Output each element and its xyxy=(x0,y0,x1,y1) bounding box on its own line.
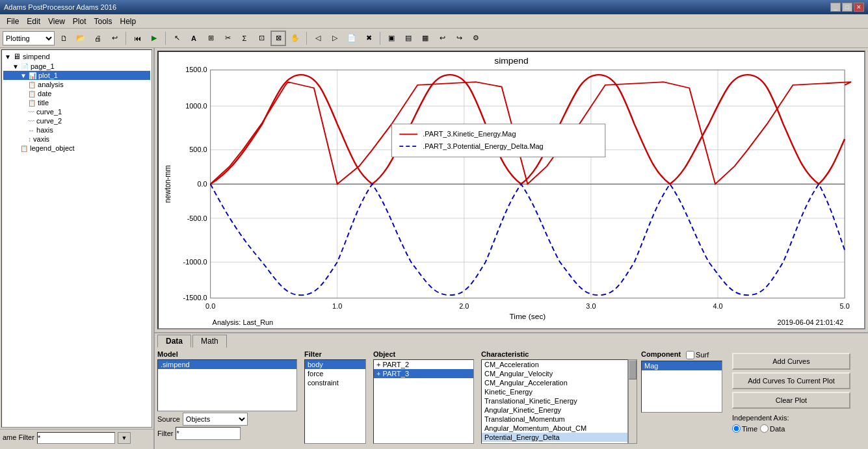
undo-tool[interactable]: ↩ xyxy=(434,31,450,46)
plot-svg: simpend xyxy=(159,52,864,328)
prev-tool[interactable]: ◁ xyxy=(310,31,326,46)
scrollbar-thumb[interactable] xyxy=(629,360,637,379)
plot-area: simpend xyxy=(157,51,865,329)
surf-checkbox[interactable] xyxy=(686,351,694,359)
svg-text:5.0: 5.0 xyxy=(840,303,850,311)
component-item-0[interactable]: Mag xyxy=(642,361,722,370)
tree-item-haxis[interactable]: ↔ haxis xyxy=(3,125,150,135)
filter-label2: Filter xyxy=(157,430,173,437)
menu-view[interactable]: View xyxy=(44,16,69,27)
right-buttons: Add Curves Add Curves To Current Plot Cl… xyxy=(730,350,853,446)
tree-view[interactable]: ▼ 🖥 simpend ▼ 📄 page_1 ▼ 📊 plot_1 📋 anal… xyxy=(1,49,152,428)
maximize-button[interactable]: □ xyxy=(842,3,852,12)
time-label: Time xyxy=(742,425,757,433)
char-item-2[interactable]: CM_Angular_Acceleration xyxy=(482,378,627,387)
menu-tools[interactable]: Tools xyxy=(90,16,116,27)
rewind-tool[interactable]: ⏮ xyxy=(129,31,145,46)
filter-input2[interactable] xyxy=(176,427,241,440)
data-radio[interactable] xyxy=(760,424,769,433)
pan-tool[interactable]: ✋ xyxy=(287,31,303,46)
print-tool[interactable]: 🖨 xyxy=(90,31,105,46)
svg-text:-500.0: -500.0 xyxy=(187,214,207,222)
open-tool[interactable]: 📂 xyxy=(73,31,88,46)
delete-tool[interactable]: ✖ xyxy=(361,31,376,46)
object-list-item-0[interactable]: + PART_2 xyxy=(374,360,473,369)
time-radio[interactable] xyxy=(732,424,741,433)
play-tool[interactable]: ▶ xyxy=(146,31,162,46)
sum-tool[interactable]: Σ xyxy=(237,31,252,46)
filter-dropdown[interactable]: ▼ xyxy=(118,432,131,444)
char-item-8[interactable]: Potential_Energy_Delta xyxy=(482,433,627,442)
menu-plot[interactable]: Plot xyxy=(69,16,90,27)
char-item-4[interactable]: Translational_Kinetic_Energy xyxy=(482,396,627,405)
char-item-7[interactable]: Angular_Momentum_About_CM xyxy=(482,424,627,433)
tree-item-simpend[interactable]: ▼ 🖥 simpend xyxy=(3,51,150,62)
tree-item-plot1[interactable]: ▼ 📊 plot_1 xyxy=(3,71,150,80)
plot-mode-select[interactable]: Plotting xyxy=(3,31,55,45)
model-section: Model .simpend Source Objects Filter xyxy=(157,350,300,446)
model-list-item-0[interactable]: .simpend xyxy=(158,360,296,369)
folder-icon: ▼ xyxy=(5,53,11,60)
refresh-tool[interactable]: ↩ xyxy=(107,31,122,46)
component-list[interactable]: Mag xyxy=(641,361,722,413)
grid-tool[interactable]: ⊞ xyxy=(203,31,218,46)
svg-text:0.0: 0.0 xyxy=(205,303,215,311)
curve-tool[interactable]: ✂ xyxy=(220,31,235,46)
tree-item-analysis[interactable]: 📋 analysis xyxy=(3,80,150,89)
object-label: Object xyxy=(373,350,477,358)
char-item-0[interactable]: CM_Acceleration xyxy=(482,360,627,369)
text-tool[interactable]: A xyxy=(186,31,202,46)
tab-content: Model .simpend Source Objects Filter xyxy=(155,348,868,449)
tab-math[interactable]: Math xyxy=(192,335,227,348)
source-select[interactable]: Objects xyxy=(183,413,248,426)
tree-item-date[interactable]: 📋 date xyxy=(3,89,150,98)
filter-list-item-0[interactable]: body xyxy=(305,360,365,369)
menu-file[interactable]: File xyxy=(3,16,23,27)
minimize-button[interactable]: _ xyxy=(830,3,841,12)
split-both-tool[interactable]: ▦ xyxy=(417,31,433,46)
add-curves-to-current-button[interactable]: Add Curves To Current Plot xyxy=(732,372,850,389)
menu-edit[interactable]: Edit xyxy=(23,16,44,27)
characteristic-list[interactable]: CM_Acceleration CM_Angular_Velocity CM_A… xyxy=(481,359,628,444)
filter-list[interactable]: body force constraint xyxy=(304,359,366,444)
select-tool[interactable]: ↖ xyxy=(169,31,185,46)
window-controls: _ □ ✕ xyxy=(830,3,864,12)
clear-plot-button[interactable]: Clear Plot xyxy=(732,392,850,409)
toolbar: Plotting 🗋 📂 🖨 ↩ ⏮ ▶ ↖ A ⊞ ✂ Σ ⊡ ⊠ ✋ ◁ ▷… xyxy=(0,29,868,48)
redo-tool[interactable]: ↪ xyxy=(451,31,467,46)
object-list-item-1[interactable]: + PART_3 xyxy=(374,369,473,378)
add-curves-button[interactable]: Add Curves xyxy=(732,353,850,370)
tree-item-curve2[interactable]: 〰 curve_2 xyxy=(3,116,150,125)
copy-tool[interactable]: 📄 xyxy=(344,31,360,46)
svg-text:-1000.0: -1000.0 xyxy=(183,258,207,266)
svg-text:Time (sec): Time (sec) xyxy=(509,313,546,321)
char-item-1[interactable]: CM_Angular_Velocity xyxy=(482,369,627,378)
tree-item-title[interactable]: 📋 title xyxy=(3,98,150,107)
bottom-panel: Data Math Model .simpend Source Objects xyxy=(155,332,868,449)
characteristic-scrollbar[interactable] xyxy=(628,359,637,444)
tab-data[interactable]: Data xyxy=(157,335,191,348)
split-h-tool[interactable]: ▣ xyxy=(384,31,399,46)
svg-text:0.0: 0.0 xyxy=(197,180,207,188)
close-button[interactable]: ✕ xyxy=(854,3,864,12)
char-item-5[interactable]: Angular_Kinetic_Energy xyxy=(482,405,627,415)
filter-list-item-2[interactable]: constraint xyxy=(305,378,365,387)
settings-tool[interactable]: ⚙ xyxy=(468,31,484,46)
model-list[interactable]: .simpend xyxy=(157,359,297,411)
independent-axis-row: Independent Axis: xyxy=(732,414,850,422)
object-list[interactable]: + PART_2 + PART_3 xyxy=(373,359,474,444)
tree-item-curve1[interactable]: 〰 curve_1 xyxy=(3,107,150,116)
next-tool[interactable]: ▷ xyxy=(327,31,343,46)
char-item-6[interactable]: Translational_Momentum xyxy=(482,415,627,424)
char-item-3[interactable]: Kinetic_Energy xyxy=(482,387,627,396)
menu-help[interactable]: Help xyxy=(116,16,140,27)
tree-item-legend[interactable]: 📋 legend_object xyxy=(3,144,150,153)
split-v-tool[interactable]: ▤ xyxy=(401,31,416,46)
tree-item-page1[interactable]: ▼ 📄 page_1 xyxy=(3,62,150,71)
box-select-tool[interactable]: ⊡ xyxy=(254,31,269,46)
filter-list-item-1[interactable]: force xyxy=(305,369,365,378)
zoom-tool[interactable]: ⊠ xyxy=(270,31,286,46)
filter-input[interactable] xyxy=(37,432,115,444)
new-tool[interactable]: 🗋 xyxy=(56,31,72,46)
tree-item-vaxis[interactable]: ↕ vaxis xyxy=(3,135,150,144)
